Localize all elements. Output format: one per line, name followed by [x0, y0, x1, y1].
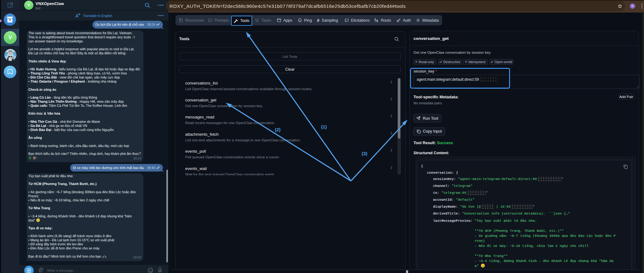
svg-text:(1): (1)	[321, 124, 327, 129]
svg-text:(2): (2)	[275, 127, 280, 132]
svg-text:(3): (3)	[362, 151, 367, 156]
